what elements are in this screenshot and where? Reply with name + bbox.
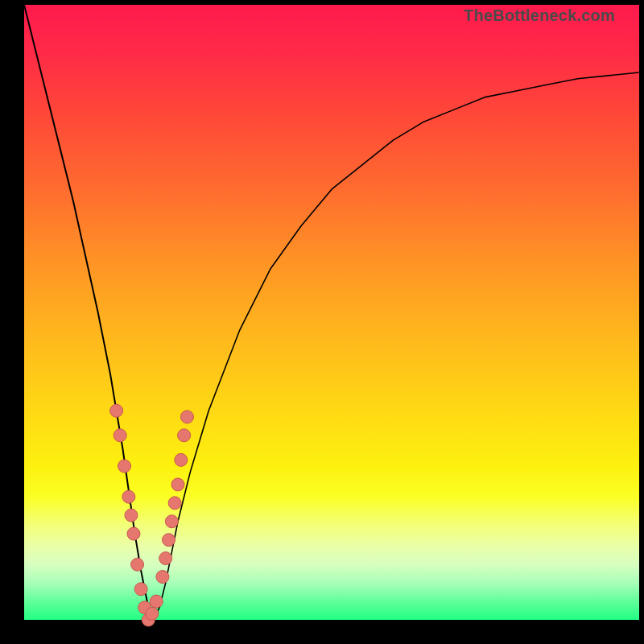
data-marker [156,571,169,584]
data-marker [180,411,193,423]
data-marker [178,429,191,442]
data-marker [168,497,181,510]
data-marker [150,595,163,608]
data-marker [163,534,175,547]
data-marker [146,607,159,620]
plot-area [24,5,639,620]
chart-frame: TheBottleneck.com [0,0,644,644]
data-marker [110,404,123,417]
data-marker [159,552,172,565]
data-marker [127,527,140,540]
data-marker [122,490,135,503]
data-marker [114,429,126,442]
data-marker [131,558,144,571]
data-marker [171,478,184,491]
chart-svg [24,5,639,620]
data-marker [125,509,138,522]
data-marker [165,515,178,528]
data-marker [175,453,188,466]
marker-group [110,404,194,626]
data-marker [134,583,147,596]
data-marker [118,460,131,473]
curve-right-branch [153,72,639,620]
